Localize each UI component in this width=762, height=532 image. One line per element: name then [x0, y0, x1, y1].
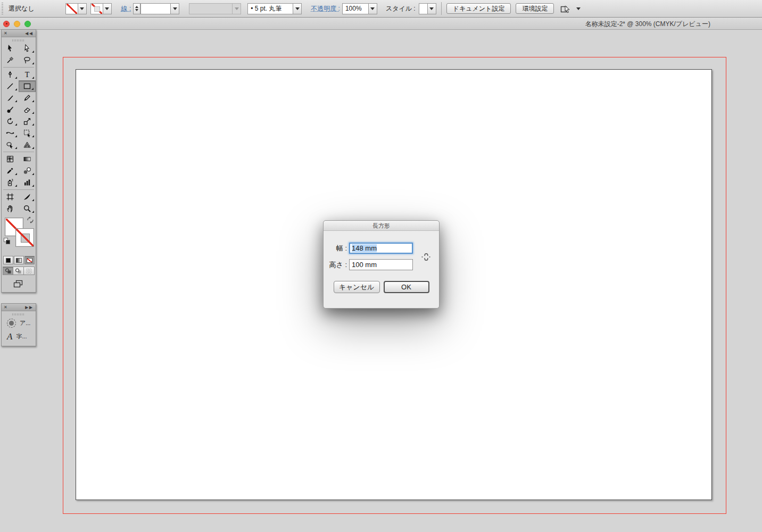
tool-mesh[interactable]	[2, 153, 19, 165]
tool-rectangle[interactable]	[19, 80, 36, 92]
hand-icon	[6, 204, 14, 213]
close-window-button[interactable]	[3, 21, 10, 27]
screen-mode-control[interactable]	[2, 279, 36, 288]
pen-icon	[6, 70, 14, 79]
opacity-value: 100%	[343, 4, 368, 14]
tools-panel-close-icon[interactable]: ✕	[4, 31, 7, 36]
tool-rotate[interactable]	[2, 115, 19, 127]
opacity-combo[interactable]: 100%	[342, 3, 377, 14]
minimize-window-button[interactable]	[14, 21, 20, 27]
tools-separator	[3, 189, 34, 190]
pencil-icon	[23, 94, 31, 102]
panel-item-glyphs[interactable]: A 字...	[2, 330, 36, 343]
tool-type[interactable]: T	[19, 69, 36, 80]
default-fill-stroke-icon[interactable]	[4, 238, 11, 244]
lasso-icon	[23, 56, 31, 64]
dock-expand-icon[interactable]: ►►	[24, 304, 34, 310]
opacity-dropdown[interactable]	[368, 4, 377, 14]
cancel-button[interactable]: キャンセル	[334, 281, 380, 293]
draw-normal-button[interactable]	[3, 267, 13, 275]
tools-panel-collapse-icon[interactable]: ◄◄	[24, 30, 34, 36]
shape-builder-icon	[6, 140, 14, 149]
rotate-icon	[6, 117, 14, 126]
artboard-icon	[6, 193, 14, 201]
gradient-button[interactable]	[14, 256, 24, 264]
stroke-link[interactable]: 線 :	[121, 4, 131, 13]
ok-button[interactable]: OK	[384, 281, 429, 293]
broken-chain-icon[interactable]	[421, 252, 432, 262]
stroke-weight-combo[interactable]	[140, 3, 179, 14]
tool-eraser[interactable]	[19, 104, 36, 115]
tool-blob-brush[interactable]	[2, 104, 19, 115]
tool-width[interactable]	[2, 127, 19, 139]
dock-close-icon[interactable]: ✕	[4, 305, 7, 310]
dock-grip[interactable]	[12, 313, 25, 315]
document-setup-button[interactable]: ドキュメント設定	[446, 3, 511, 14]
tool-magic-wand[interactable]	[2, 54, 19, 66]
line-segment-icon	[6, 82, 14, 90]
preferences-button[interactable]: 環境設定	[516, 3, 554, 14]
draw-inside-button	[24, 267, 35, 275]
tool-free-transform[interactable]	[19, 127, 36, 139]
tool-blend[interactable]	[19, 165, 36, 177]
tool-slice[interactable]	[19, 191, 36, 203]
fill-dropdown-button[interactable]	[78, 4, 86, 14]
panel-item-appearance[interactable]: ア...	[2, 317, 36, 330]
zoom-window-button[interactable]	[24, 21, 31, 27]
tool-gradient[interactable]	[19, 153, 36, 165]
style-dropdown[interactable]	[427, 4, 436, 14]
none-button[interactable]	[24, 256, 35, 264]
tool-symbol-sprayer[interactable]	[2, 177, 19, 188]
align-to-artboard-control[interactable]	[560, 4, 581, 13]
dock-header[interactable]: ✕ ►►	[2, 304, 36, 311]
tool-shape-builder[interactable]	[2, 139, 19, 151]
fill-color-control[interactable]	[65, 3, 87, 14]
appearance-buttons	[2, 256, 36, 264]
brush-value: • 5 pt. 丸筆	[248, 4, 293, 14]
tool-perspective-grid[interactable]	[19, 139, 36, 151]
stroke-weight-dropdown[interactable]	[170, 4, 179, 14]
tool-artboard[interactable]	[2, 191, 19, 203]
graph-icon	[23, 178, 31, 187]
tools-panel-grip[interactable]	[12, 39, 25, 41]
tool-selection[interactable]	[2, 43, 19, 54]
panel-grip[interactable]	[2, 3, 5, 14]
tool-graph[interactable]	[19, 177, 36, 188]
stroke-dropdown-button[interactable]	[103, 4, 111, 14]
tool-scale[interactable]	[19, 115, 36, 127]
tool-eyedropper[interactable]	[2, 165, 19, 177]
dialog-title[interactable]: 長方形	[324, 221, 439, 231]
tool-paintbrush[interactable]	[2, 92, 19, 104]
draw-mode-buttons	[2, 267, 36, 275]
symbol-sprayer-icon	[6, 178, 14, 187]
brush-combo[interactable]: • 5 pt. 丸筆	[247, 3, 302, 14]
stroke-color-control[interactable]	[90, 3, 112, 14]
style-combo[interactable]	[419, 3, 436, 14]
svg-text:T: T	[25, 71, 30, 79]
height-input[interactable]: 100 mm	[349, 259, 413, 270]
swap-fill-stroke-icon[interactable]	[27, 217, 34, 223]
align-dropdown-arrow[interactable]	[576, 7, 581, 12]
tool-pencil[interactable]	[19, 92, 36, 104]
collapsed-panel-dock: ✕ ►► ア... A 字...	[1, 303, 36, 346]
stroke-weight-stepper[interactable]	[133, 3, 140, 14]
glyphs-icon: A	[7, 332, 12, 341]
selection-arrow-icon	[6, 44, 14, 53]
tools-panel-header[interactable]: ✕ ◄◄	[2, 30, 36, 37]
tool-pen[interactable]	[2, 69, 19, 80]
illustrator-window: 選択なし 線 : • 5 pt. 丸筆 不透明度 : 100%	[0, 0, 762, 532]
tool-line-segment[interactable]	[2, 80, 19, 92]
stroke-swatch-none[interactable]	[15, 228, 34, 247]
tool-direct-selection[interactable]	[19, 43, 36, 54]
tool-lasso[interactable]	[19, 54, 36, 66]
color-button[interactable]	[3, 256, 13, 264]
magic-wand-icon	[6, 56, 14, 64]
window-titlebar[interactable]: 名称未設定-2* @ 300% (CMYK/プレビュー)	[0, 18, 762, 30]
mesh-icon	[6, 155, 14, 163]
width-input[interactable]: 148 mm	[349, 243, 413, 254]
opacity-link[interactable]: 不透明度 :	[311, 4, 340, 13]
tool-hand[interactable]	[2, 203, 19, 214]
draw-behind-button[interactable]	[13, 267, 24, 275]
tool-zoom[interactable]	[19, 203, 36, 214]
brush-dropdown[interactable]	[293, 4, 301, 14]
